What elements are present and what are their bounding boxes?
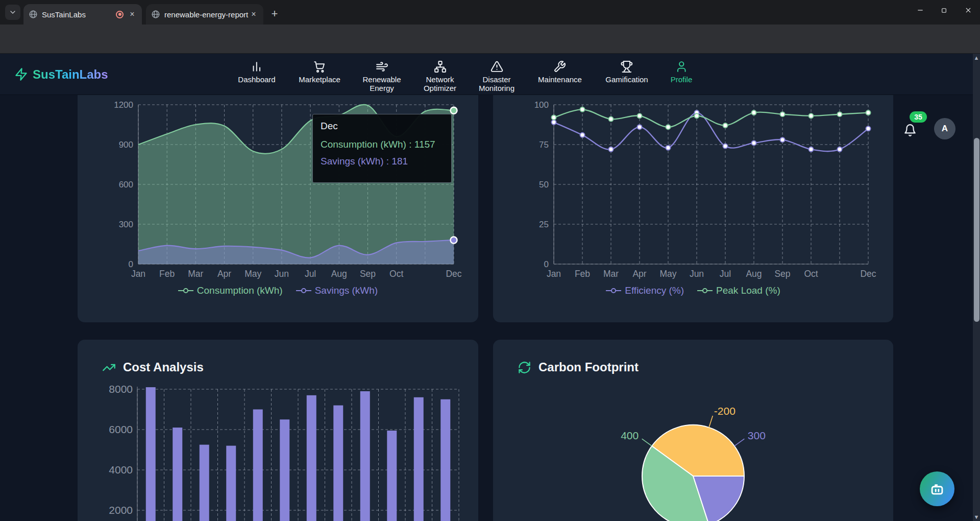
legend-line-icon (606, 288, 621, 294)
globe-favicon-icon (29, 10, 38, 19)
nav-item-label: Renewable Energy (356, 75, 407, 92)
scrollbar-down-icon[interactable]: ▼ (973, 513, 980, 521)
svg-text:Jan: Jan (547, 269, 561, 279)
minimize-button[interactable] (908, 0, 932, 20)
svg-text:Jul: Jul (305, 269, 316, 279)
nav-item-renewable-energy[interactable]: Renewable Energy (356, 60, 407, 92)
svg-text:Feb: Feb (159, 269, 175, 279)
tooltip-line: Consumption (kWh) : 1157 (321, 139, 444, 150)
nav-item-marketplace[interactable]: Marketplace (299, 60, 340, 84)
nav-item-profile[interactable]: Profile (671, 60, 693, 84)
tab-close-icon[interactable]: × (249, 10, 258, 19)
notification-count-badge[interactable]: 35 (910, 111, 927, 123)
chart-legend: Consumption (kWh)Savings (kWh) (78, 285, 478, 296)
svg-text:25: 25 (539, 220, 549, 229)
notifications-bell-icon[interactable] (903, 124, 917, 137)
alert-triangle-icon (491, 60, 503, 73)
chevron-down-icon (9, 8, 17, 16)
user-icon (675, 60, 688, 73)
globe-favicon-icon (151, 10, 160, 19)
svg-text:Dec: Dec (446, 269, 461, 279)
svg-text:Aug: Aug (331, 269, 347, 279)
tab-recording-indicator-icon (116, 11, 124, 18)
legend-line-icon (296, 288, 311, 294)
tab-title: SusTainLabs (42, 10, 113, 19)
browser-tab-strip: SusTainLabs × renewable-energy-report (1… (0, 0, 980, 25)
svg-text:Oct: Oct (804, 269, 818, 279)
svg-text:8000: 8000 (109, 383, 133, 395)
screen: SusTainLabs × renewable-energy-report (1… (0, 0, 980, 521)
svg-text:1200: 1200 (114, 100, 133, 110)
svg-text:Feb: Feb (575, 269, 590, 279)
card-header: Cost Analysis (102, 360, 204, 374)
svg-text:Apr: Apr (632, 269, 646, 279)
svg-text:Apr: Apr (217, 269, 231, 279)
tab-title: renewable-energy-report (16).p (164, 10, 249, 19)
svg-text:0: 0 (129, 259, 133, 269)
nav-item-label: Disaster Monitoring (471, 75, 522, 92)
svg-text:Mar: Mar (188, 269, 203, 279)
svg-text:May: May (659, 269, 676, 279)
chart-legend: Efficiency (%)Peak Load (%) (493, 285, 893, 296)
legend-item[interactable]: Efficiency (%) (606, 285, 684, 296)
svg-text:300: 300 (119, 220, 133, 229)
svg-text:Jan: Jan (131, 269, 145, 279)
bot-icon (928, 480, 946, 498)
nav-item-gamification[interactable]: Gamification (605, 60, 648, 84)
tab-close-icon[interactable]: × (128, 10, 137, 19)
legend-item[interactable]: Peak Load (%) (697, 285, 780, 296)
wrench-icon (554, 60, 567, 73)
nav-item-dashboard[interactable]: Dashboard (238, 60, 275, 84)
legend-item[interactable]: Savings (kWh) (296, 285, 378, 296)
tooltip-line: Savings (kWh) : 181 (321, 156, 444, 167)
scrollbar-thumb[interactable] (974, 138, 979, 322)
scrollbar-track[interactable]: ▲ ▼ (973, 54, 980, 521)
brand[interactable]: SusTainLabs (14, 54, 108, 95)
nav-item-maintenance[interactable]: Maintenance (538, 60, 582, 84)
nav-item-label: Network Optimizer (414, 75, 465, 92)
svg-text:0: 0 (544, 259, 549, 269)
nav-item-network-optimizer[interactable]: Network Optimizer (414, 60, 465, 92)
svg-text:50: 50 (539, 180, 549, 190)
tab-search-button[interactable] (5, 5, 20, 20)
tab-report[interactable]: renewable-energy-report (16).p × (146, 4, 263, 25)
brand-name: SusTainLabs (33, 67, 108, 82)
svg-text:Mar: Mar (603, 269, 619, 279)
new-tab-button[interactable]: + (267, 7, 282, 21)
svg-text:May: May (244, 269, 261, 279)
legend-line-icon (178, 288, 193, 294)
svg-text:Sep: Sep (774, 269, 790, 279)
svg-text:Aug: Aug (746, 269, 762, 279)
svg-text:75: 75 (539, 140, 549, 150)
svg-text:6000: 6000 (109, 423, 133, 435)
bar-chart-icon (250, 60, 263, 73)
svg-text:Jul: Jul (720, 269, 731, 279)
tab-sustainlabs[interactable]: SusTainLabs × (23, 4, 142, 25)
svg-text:600: 600 (119, 180, 133, 190)
assistant-fab[interactable] (920, 471, 954, 506)
scrollbar-up-icon[interactable]: ▲ (973, 54, 980, 62)
maximize-button[interactable] (932, 0, 956, 20)
performance-card: 0255075100JanFebMarAprMayJunJulAugSepOct… (493, 95, 893, 322)
trophy-icon (621, 60, 633, 73)
svg-text:400: 400 (621, 430, 639, 441)
wind-icon (376, 60, 388, 73)
svg-text:100: 100 (534, 100, 549, 110)
legend-item[interactable]: Consumption (kWh) (178, 285, 283, 296)
zap-logo-icon (14, 67, 28, 81)
svg-text:Oct: Oct (389, 269, 403, 279)
svg-text:-200: -200 (714, 405, 736, 417)
close-window-button[interactable] (956, 0, 980, 20)
svg-text:Dec: Dec (860, 269, 876, 279)
card-title: Carbon Footprint (538, 360, 639, 374)
svg-text:Sep: Sep (360, 269, 376, 279)
nav-item-label: Marketplace (299, 75, 340, 84)
svg-text:4000: 4000 (109, 464, 133, 476)
chart-tooltip: Dec Consumption (kWh) : 1157Savings (kWh… (312, 114, 452, 183)
card-header: Carbon Footprint (518, 360, 639, 374)
refresh-icon (518, 361, 531, 374)
nav-item-label: Profile (671, 75, 693, 84)
user-avatar[interactable]: A (934, 118, 955, 139)
nav-item-disaster-monitoring[interactable]: Disaster Monitoring (471, 60, 522, 92)
tooltip-title: Dec (321, 121, 444, 132)
